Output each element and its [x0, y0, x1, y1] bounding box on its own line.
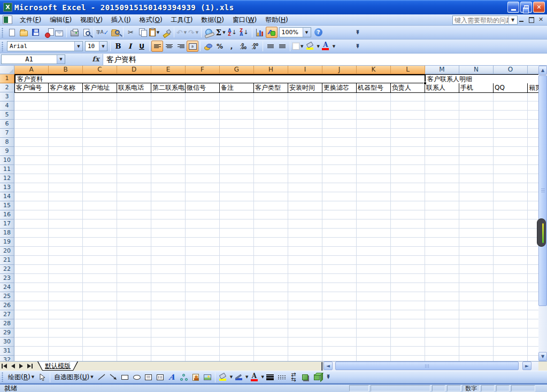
cell-A1-selected-merged[interactable]: 客户资料	[14, 74, 426, 84]
menu-item-2[interactable]: 视图(V)	[76, 14, 107, 26]
row-header-29[interactable]: 29	[0, 328, 14, 338]
cell-row2-col7[interactable]: 备注	[220, 83, 254, 93]
autosum-button[interactable]: Σ▼	[215, 27, 227, 38]
row-header-25[interactable]: 25	[0, 292, 14, 301]
row-header-21[interactable]: 21	[0, 256, 14, 265]
cell-M1[interactable]: 客户联系人明细	[425, 74, 538, 84]
toolbar-grip[interactable]	[2, 42, 4, 51]
row-header-5[interactable]: 5	[0, 111, 14, 120]
horizontal-scroll-thumb[interactable]	[335, 362, 519, 370]
toolbar-options-button[interactable]: ▼▼	[355, 27, 361, 38]
cell-row2-col6[interactable]: 微信号	[186, 83, 220, 93]
column-header-F[interactable]: F	[186, 66, 220, 74]
arrow-button[interactable]	[107, 372, 119, 383]
align-left-button[interactable]	[151, 41, 163, 52]
row-header-19[interactable]: 19	[0, 238, 14, 247]
row-header-13[interactable]: 13	[0, 183, 14, 192]
italic-button[interactable]: I	[124, 41, 136, 52]
fill-color-button[interactable]	[304, 41, 315, 52]
row-header-20[interactable]: 20	[0, 247, 14, 256]
restore-button[interactable]	[520, 2, 532, 13]
copy-button[interactable]	[137, 27, 149, 38]
chevron-down-icon[interactable]: ▼	[57, 55, 65, 64]
merge-and-center-button[interactable]: a	[187, 41, 198, 52]
vertical-scroll-thumb[interactable]	[538, 75, 547, 306]
row-header-14[interactable]: 14	[0, 192, 14, 201]
row-header-10[interactable]: 10	[0, 156, 14, 165]
menu-item-5[interactable]: 工具(T)	[167, 14, 197, 26]
rectangle-button[interactable]	[119, 372, 131, 383]
borders-button[interactable]: ▼	[292, 41, 304, 52]
workbook-icon[interactable]	[3, 15, 12, 24]
scroll-left-button[interactable]: ◄	[323, 362, 333, 370]
align-center-button[interactable]	[163, 41, 175, 52]
column-header-M[interactable]: M	[425, 66, 459, 74]
chart-wizard-button[interactable]	[254, 27, 266, 38]
horizontal-scrollbar[interactable]: ◄ ►	[323, 362, 538, 371]
row-header-3[interactable]: 3	[0, 92, 14, 101]
cell-row2-col10[interactable]: 更换滤芯	[322, 83, 357, 93]
menu-item-8[interactable]: 帮助(H)	[261, 14, 292, 26]
menu-item-3[interactable]: 插入(I)	[107, 14, 135, 26]
underline-button[interactable]: U	[136, 41, 148, 52]
chevron-down-icon[interactable]: ▼	[509, 16, 517, 24]
cell-row2-col4[interactable]: 联系电话	[117, 83, 151, 93]
chevron-down-icon[interactable]: ▼	[74, 42, 82, 51]
mail-button[interactable]	[53, 27, 65, 38]
vertical-scrollbar[interactable]: ▲ ▼	[538, 66, 547, 361]
line-button[interactable]	[96, 372, 107, 383]
percent-style-button[interactable]: %	[214, 41, 226, 52]
decrease-indent-button[interactable]	[265, 41, 276, 52]
cell-row2-col3[interactable]: 客户地址	[83, 83, 117, 93]
scroll-down-button[interactable]: ▼	[538, 352, 547, 361]
wordart-button[interactable]: A	[166, 372, 178, 383]
cell-row2-col11[interactable]: 机器型号	[357, 83, 391, 93]
row-header-6[interactable]: 6	[0, 120, 14, 129]
toolbar-grip[interactable]	[2, 372, 4, 382]
column-header-G[interactable]: G	[220, 66, 254, 74]
row-header-7[interactable]: 7	[0, 129, 14, 138]
fill-color-button[interactable]	[217, 372, 229, 383]
diagram-button[interactable]	[178, 372, 190, 383]
chevron-down-icon[interactable]: ▼	[333, 44, 335, 49]
workbook-restore-button[interactable]	[528, 17, 534, 22]
arrow-style-button[interactable]: ⇄⇆	[288, 372, 299, 383]
cell-row2-col5[interactable]: 第二联系电话	[151, 83, 186, 93]
open-button[interactable]	[18, 27, 29, 38]
font-color-button[interactable]: A	[248, 372, 260, 383]
zoom-combobox[interactable]: 100% ▼	[279, 27, 311, 37]
font-name-combobox[interactable]: Arial ▼	[7, 41, 83, 51]
sort-ascending-button[interactable]: AZ↓	[227, 27, 238, 38]
spelling-button[interactable]: 字A✓	[96, 27, 110, 38]
autoshapes-menu-button[interactable]: 自选图形(U)▼	[52, 372, 96, 382]
cell-row2-col14[interactable]: 手机	[459, 83, 494, 93]
cell-row2-col16[interactable]: 籍贯	[528, 83, 538, 93]
row-header-18[interactable]: 18	[0, 229, 14, 238]
formula-input[interactable]: 客户资料	[103, 54, 547, 65]
menu-item-7[interactable]: 窗口(W)	[228, 14, 261, 26]
cell-row2-col2[interactable]: 客户名称	[49, 83, 83, 93]
toolbar-options-button[interactable]: ▼▼	[355, 41, 361, 52]
fill-handle[interactable]	[423, 82, 427, 85]
cell-row2-col12[interactable]: 负责人	[391, 83, 425, 93]
decrease-decimal-button[interactable]: .00.0	[249, 41, 261, 52]
dash-style-button[interactable]	[276, 372, 288, 383]
column-header-D[interactable]: D	[117, 66, 151, 74]
workbook-close-button[interactable]: ✕	[538, 17, 544, 22]
select-objects-button[interactable]	[36, 372, 48, 383]
minimize-button[interactable]	[507, 2, 519, 13]
column-header-C[interactable]: C	[83, 66, 117, 74]
chevron-down-icon[interactable]: ▼	[222, 30, 225, 35]
previous-sheet-button[interactable]	[9, 362, 17, 370]
cell-row2-col8[interactable]: 客户类型	[254, 83, 288, 93]
column-header-K[interactable]: K	[357, 66, 391, 74]
row-header-32[interactable]: 32	[0, 356, 14, 361]
insert-function-button[interactable]: fx	[90, 55, 102, 64]
cell-row2-col13[interactable]: 联系人	[425, 83, 459, 93]
3d-style-button[interactable]	[311, 372, 323, 383]
close-button[interactable]: ✕	[533, 2, 545, 13]
menu-item-6[interactable]: 数据(D)	[197, 14, 228, 26]
help-search-box[interactable]: ▼	[452, 15, 518, 25]
save-button[interactable]	[29, 27, 41, 38]
workbook-minimize-button[interactable]	[519, 17, 525, 22]
